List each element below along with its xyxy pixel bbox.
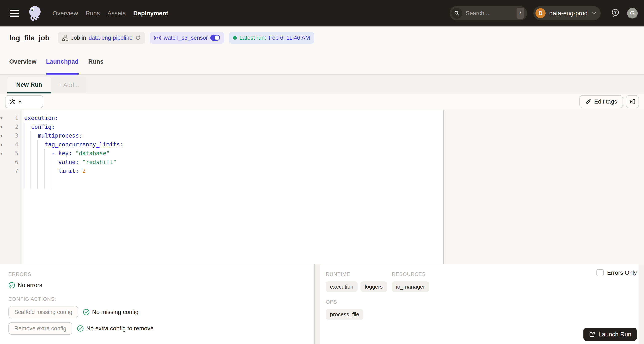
- fold-arrow-icon[interactable]: ▾: [0, 152, 2, 156]
- tab-new-run[interactable]: New Run: [7, 77, 51, 93]
- errors-only-checkbox[interactable]: [596, 269, 604, 276]
- edit-tags-label: Edit tags: [594, 98, 617, 105]
- code-line[interactable]: value: "redshift": [24, 158, 443, 167]
- top-navigation-bar: OverviewRunsAssetsDeployment Search... /…: [0, 0, 644, 26]
- launch-run-label: Launch Run: [598, 331, 632, 338]
- config-action-status: No missing config: [83, 309, 138, 316]
- line-number: 6: [15, 159, 18, 165]
- gutter-line: ▾2: [0, 122, 22, 131]
- latest-run-link[interactable]: Feb 6, 11:46 AM: [269, 35, 310, 41]
- config-editor[interactable]: ▾1▾2▾3▾4▾567 execution: config: multipro…: [0, 110, 443, 264]
- tag-loggers[interactable]: loggers: [360, 281, 387, 292]
- errors-heading: ERRORS: [8, 271, 314, 277]
- sensor-toggle[interactable]: [210, 35, 220, 41]
- page-title: log_file_job: [9, 34, 50, 42]
- repo-link[interactable]: data-eng-pipeline: [88, 35, 132, 41]
- code-line[interactable]: tag_concurrency_limits:: [24, 140, 443, 149]
- nav-item-overview[interactable]: Overview: [52, 10, 78, 17]
- errors-only-control: Errors Only: [596, 269, 637, 276]
- tab-runs[interactable]: Runs: [88, 49, 104, 74]
- help-icon[interactable]: ?: [611, 8, 620, 18]
- menu-icon[interactable]: [10, 10, 19, 17]
- gutter-line: ▾4: [0, 140, 22, 149]
- code-line[interactable]: config:: [24, 122, 443, 131]
- config-action-row: Scaffold missing configNo missing config: [8, 306, 314, 318]
- job-origin-label: Job in: [71, 35, 86, 41]
- fold-arrow-icon[interactable]: ▾: [0, 125, 2, 129]
- svg-text:?: ?: [614, 10, 617, 15]
- new-run-label: New Run: [16, 81, 42, 88]
- search-shortcut-badge: /: [516, 8, 524, 19]
- errors-panel: ERRORS No errors CONFIG ACTIONS: Scaffol…: [0, 264, 314, 344]
- tag-row: io_manager: [392, 281, 644, 292]
- tab-launchpad[interactable]: Launchpad: [46, 49, 79, 74]
- check-circle-icon: [83, 309, 90, 316]
- deployment-avatar: D: [536, 8, 546, 18]
- code-line[interactable]: multiprocess:: [24, 131, 443, 140]
- check-circle-icon: [77, 325, 84, 332]
- code-line[interactable]: - key: "database": [24, 149, 443, 158]
- nav-item-assets[interactable]: Assets: [108, 10, 126, 17]
- job-icon: [62, 35, 68, 41]
- search-input[interactable]: Search... /: [450, 6, 527, 20]
- line-number: 3: [15, 133, 18, 139]
- nav-item-deployment[interactable]: Deployment: [133, 10, 168, 17]
- op-selector-icon: [9, 98, 16, 105]
- chevron-down-icon: [592, 12, 596, 15]
- scaffold-missing-config-button[interactable]: Scaffold missing config: [8, 306, 78, 318]
- tag-process-file[interactable]: process_file: [326, 309, 364, 320]
- sensor-link[interactable]: watch_s3_sensor: [164, 35, 208, 41]
- deployment-switcher[interactable]: D data-eng-prod: [533, 6, 601, 20]
- launch-icon: [589, 331, 595, 338]
- scroll-gutter: [638, 264, 644, 344]
- errors-status-row: No errors: [8, 282, 314, 289]
- line-number: 1: [15, 115, 18, 121]
- search-placeholder: Search...: [466, 10, 489, 16]
- tab-overview[interactable]: Overview: [9, 49, 36, 74]
- runtime-heading: RUNTIME: [326, 271, 392, 277]
- run-preview-panel: RUNTIMEexecutionloggers RESOURCESio_mana…: [320, 264, 644, 344]
- edit-tags-button[interactable]: Edit tags: [580, 95, 623, 108]
- user-avatar[interactable]: G: [627, 8, 638, 18]
- runtime-section: RUNTIMEexecutionloggers: [326, 271, 392, 292]
- indent-guide: [24, 122, 24, 188]
- editor-split: ▾1▾2▾3▾4▾567 execution: config: multipro…: [0, 110, 644, 264]
- gutter-line: ▾1: [0, 114, 22, 122]
- ops-heading: OPS: [326, 299, 644, 305]
- code-line[interactable]: limit: 2: [24, 167, 443, 175]
- check-circle-icon: [8, 282, 15, 289]
- topbar-right: Search... / D data-eng-prod ? G: [450, 6, 638, 20]
- sensor-pill: watch_s3_sensor: [150, 32, 224, 44]
- tag-execution[interactable]: execution: [326, 281, 358, 292]
- tag-io-manager[interactable]: io_manager: [392, 281, 429, 292]
- sensor-icon: [154, 35, 161, 41]
- fold-arrow-icon[interactable]: ▾: [0, 116, 2, 120]
- code-line[interactable]: execution:: [24, 114, 443, 122]
- op-selector-input[interactable]: *: [5, 95, 43, 108]
- tag-row: executionloggers: [326, 281, 392, 292]
- fold-arrow-icon[interactable]: ▾: [0, 134, 2, 138]
- refresh-icon[interactable]: [135, 35, 141, 41]
- add-config-tab-button[interactable]: + Add...: [51, 77, 86, 93]
- fold-arrow-icon[interactable]: ▾: [0, 143, 2, 147]
- config-action-status: No extra config to remove: [77, 325, 154, 332]
- editor-code-area[interactable]: execution: config: multiprocess: tag_con…: [22, 110, 443, 264]
- bottom-panels: ERRORS No errors CONFIG ACTIONS: Scaffol…: [0, 264, 644, 344]
- main-nav: OverviewRunsAssetsDeployment: [52, 10, 168, 17]
- line-number: 7: [15, 168, 18, 174]
- launchpad-tab-bar: New Run + Add...: [0, 75, 644, 93]
- expand-panel-icon: [629, 99, 636, 105]
- toggle-right-panel-button[interactable]: [626, 95, 639, 108]
- launch-run-button[interactable]: Launch Run: [584, 328, 637, 341]
- run-status-dot: [233, 36, 237, 40]
- nav-item-runs[interactable]: Runs: [86, 10, 100, 17]
- line-number: 4: [15, 141, 18, 148]
- errors-status: No errors: [18, 282, 42, 289]
- remove-extra-config-button[interactable]: Remove extra config: [8, 322, 72, 335]
- toolbar-right: Edit tags: [580, 95, 639, 108]
- editor-side-panel: [444, 110, 644, 264]
- deployment-name: data-eng-prod: [549, 10, 588, 17]
- preview-columns: RUNTIMEexecutionloggers RESOURCESio_mana…: [326, 271, 644, 292]
- bottom-split-divider[interactable]: [314, 264, 320, 344]
- gutter-line: 7: [0, 167, 22, 175]
